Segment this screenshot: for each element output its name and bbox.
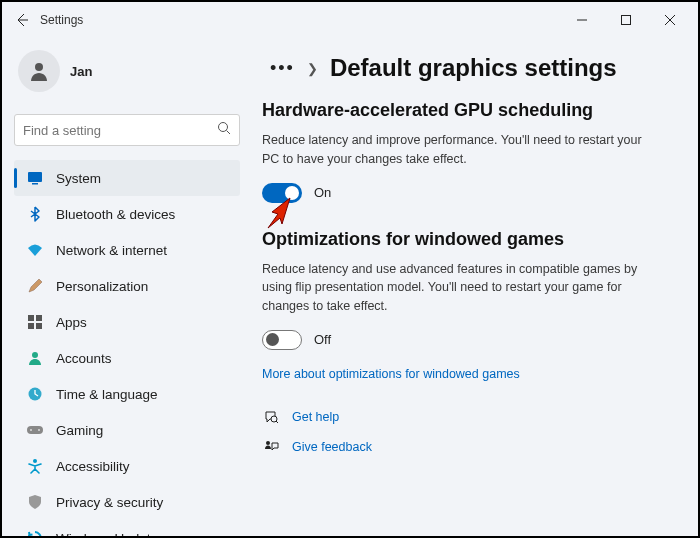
svg-rect-15 (27, 426, 43, 434)
svg-rect-12 (36, 323, 42, 329)
search-input[interactable] (23, 123, 217, 138)
sidebar-item-gaming[interactable]: Gaming (14, 412, 240, 448)
help-icon (262, 408, 280, 426)
apps-icon (26, 313, 44, 331)
feedback-icon (262, 438, 280, 456)
sidebar-item-label: Bluetooth & devices (56, 207, 175, 222)
chevron-right-icon: ❯ (307, 61, 318, 76)
sidebar-item-update[interactable]: Windows Update (14, 520, 240, 538)
section-windowed-games: Optimizations for windowed games Reduce … (262, 229, 670, 382)
bluetooth-icon (26, 205, 44, 223)
svg-point-5 (219, 123, 228, 132)
shield-icon (26, 493, 44, 511)
sidebar-item-apps[interactable]: Apps (14, 304, 240, 340)
svg-point-13 (32, 352, 38, 358)
search-box[interactable] (14, 114, 240, 146)
svg-point-17 (38, 429, 40, 431)
sidebar-item-label: Windows Update (56, 531, 158, 539)
section-heading: Hardware-accelerated GPU scheduling (262, 100, 670, 121)
sidebar-item-label: Accounts (56, 351, 112, 366)
sidebar-item-label: Gaming (56, 423, 103, 438)
sidebar-item-label: Accessibility (56, 459, 130, 474)
sidebar-item-bluetooth[interactable]: Bluetooth & devices (14, 196, 240, 232)
svg-rect-8 (32, 183, 38, 185)
give-feedback-link[interactable]: Give feedback (292, 440, 372, 454)
svg-point-4 (35, 63, 43, 71)
sidebar-item-label: Personalization (56, 279, 148, 294)
accessibility-icon (26, 457, 44, 475)
svg-point-21 (266, 441, 270, 445)
svg-rect-7 (28, 172, 42, 182)
svg-rect-10 (36, 315, 42, 321)
update-icon (26, 529, 44, 538)
sidebar-item-label: System (56, 171, 101, 186)
breadcrumb-more[interactable]: ••• (270, 58, 295, 79)
brush-icon (26, 277, 44, 295)
svg-point-16 (30, 429, 32, 431)
toggle-label: Off (314, 332, 331, 347)
profile-button[interactable]: Jan (14, 46, 240, 104)
gamepad-icon (26, 421, 44, 439)
toggle-label: On (314, 185, 331, 200)
system-icon (26, 169, 44, 187)
windowed-games-toggle[interactable] (262, 330, 302, 350)
close-button[interactable] (648, 5, 692, 35)
back-button[interactable] (8, 6, 36, 34)
svg-line-20 (276, 421, 278, 423)
titlebar: Settings (2, 2, 698, 38)
page-title: Default graphics settings (330, 54, 617, 82)
gpu-scheduling-toggle[interactable] (262, 183, 302, 203)
avatar (18, 50, 60, 92)
more-about-link[interactable]: More about optimizations for windowed ga… (262, 367, 520, 381)
window-title: Settings (40, 13, 83, 27)
nav-list: System Bluetooth & devices Network & int… (14, 160, 240, 538)
sidebar-item-personalization[interactable]: Personalization (14, 268, 240, 304)
maximize-button[interactable] (604, 5, 648, 35)
sidebar-item-label: Privacy & security (56, 495, 163, 510)
sidebar-item-time[interactable]: Time & language (14, 376, 240, 412)
sidebar-item-privacy[interactable]: Privacy & security (14, 484, 240, 520)
sidebar: Jan System Bluetooth & devices Network &… (2, 38, 252, 536)
give-feedback-row[interactable]: Give feedback (262, 438, 670, 456)
svg-rect-11 (28, 323, 34, 329)
get-help-link[interactable]: Get help (292, 410, 339, 424)
section-description: Reduce latency and use advanced features… (262, 260, 662, 316)
minimize-button[interactable] (560, 5, 604, 35)
sidebar-item-system[interactable]: System (14, 160, 240, 196)
svg-line-6 (227, 131, 231, 135)
section-description: Reduce latency and improve performance. … (262, 131, 662, 169)
wifi-icon (26, 241, 44, 259)
section-heading: Optimizations for windowed games (262, 229, 670, 250)
clock-icon (26, 385, 44, 403)
sidebar-item-network[interactable]: Network & internet (14, 232, 240, 268)
get-help-row[interactable]: Get help (262, 408, 670, 426)
section-gpu-scheduling: Hardware-accelerated GPU scheduling Redu… (262, 100, 670, 203)
sidebar-item-accessibility[interactable]: Accessibility (14, 448, 240, 484)
sidebar-item-label: Time & language (56, 387, 158, 402)
svg-rect-9 (28, 315, 34, 321)
person-icon (26, 349, 44, 367)
breadcrumb: ••• ❯ Default graphics settings (270, 54, 670, 82)
sidebar-item-accounts[interactable]: Accounts (14, 340, 240, 376)
content-area: ••• ❯ Default graphics settings Hardware… (252, 38, 698, 536)
search-icon (217, 121, 231, 139)
svg-point-18 (33, 459, 37, 463)
svg-rect-1 (622, 16, 631, 25)
sidebar-item-label: Apps (56, 315, 87, 330)
profile-name: Jan (70, 64, 92, 79)
sidebar-item-label: Network & internet (56, 243, 167, 258)
